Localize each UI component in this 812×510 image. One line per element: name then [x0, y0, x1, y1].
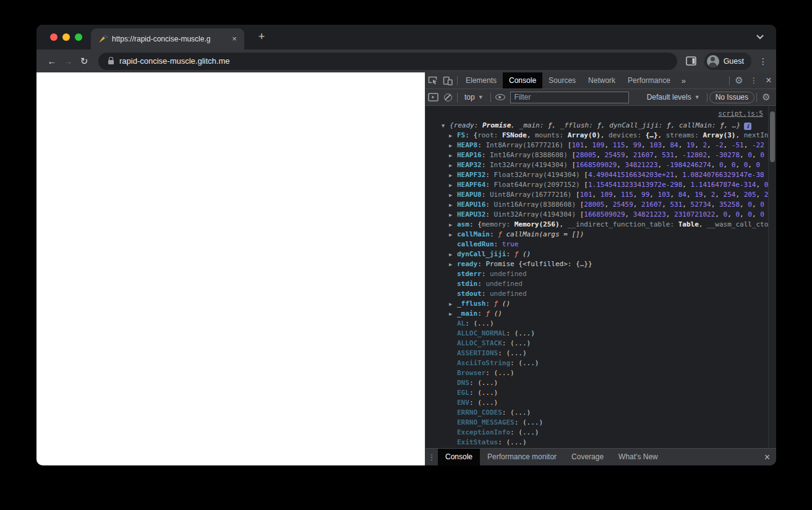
- expand-arrow-icon[interactable]: ▶: [449, 150, 457, 160]
- secure-lock-icon[interactable]: [108, 60, 114, 64]
- expand-arrow-icon[interactable]: ▶: [449, 210, 457, 220]
- expand-arrow-icon[interactable]: ▶: [449, 131, 457, 140]
- object-state-info-icon[interactable]: i: [744, 123, 751, 130]
- devtools-settings-gear-icon[interactable]: ⚙: [732, 72, 746, 89]
- expand-arrow-icon[interactable]: ▶: [449, 170, 457, 180]
- device-toolbar-icon[interactable]: [440, 72, 455, 89]
- tab-console[interactable]: Console: [503, 72, 542, 89]
- close-window-button[interactable]: [50, 33, 58, 41]
- console-line: ▼{ready: Promise, _main: ƒ, _fflush: ƒ, …: [425, 121, 768, 131]
- side-panel-icon[interactable]: [683, 53, 699, 69]
- drawer-tab-performance-monitor[interactable]: Performance monitor: [480, 449, 564, 465]
- console-messages: script.js:5 ▼{ready: Promise, _main: ƒ, …: [425, 106, 768, 448]
- getter-ellipsis-button[interactable]: (...): [477, 389, 498, 397]
- url-text: rapid-concise-muscle.glitch.me: [119, 56, 229, 66]
- getter-ellipsis-button[interactable]: (...): [506, 438, 526, 446]
- fullscreen-window-button[interactable]: [75, 33, 82, 41]
- console-settings-gear-icon[interactable]: ⚙: [759, 89, 774, 106]
- expand-arrow-icon[interactable]: ▶: [449, 180, 457, 190]
- expand-arrow-icon[interactable]: ▶: [449, 259, 457, 269]
- browser-menu-icon[interactable]: ⋮: [756, 56, 770, 66]
- devtools-drawer: ⋮ Console Performance monitor Coverage W…: [425, 448, 776, 465]
- log-levels-selector[interactable]: Default levels ▼: [642, 93, 705, 102]
- console-line: DNS: (...): [425, 378, 768, 388]
- party-popper-favicon-icon: [98, 35, 107, 43]
- forward-icon[interactable]: →: [60, 53, 76, 69]
- browser-toolbar: ← → ↻ rapid-concise-muscle.glitch.me Gue…: [36, 50, 776, 72]
- live-expression-eye-icon[interactable]: [493, 89, 508, 106]
- scrollbar-thumb[interactable]: [770, 111, 775, 162]
- context-selector[interactable]: top ▼: [459, 93, 489, 102]
- console-line: ▶_fflush: ƒ (): [425, 299, 768, 309]
- getter-ellipsis-button[interactable]: (...): [477, 399, 498, 407]
- expand-arrow-icon[interactable]: ▶: [449, 230, 457, 240]
- minimize-window-button[interactable]: [62, 33, 70, 41]
- console-line: stdout: undefined: [425, 289, 768, 299]
- chevron-down-icon: ▼: [478, 94, 484, 100]
- expand-arrow-icon[interactable]: ▼: [442, 121, 450, 131]
- console-line: ENV: (...): [425, 398, 768, 408]
- getter-ellipsis-button[interactable]: (...): [474, 319, 494, 327]
- drawer-tab-coverage[interactable]: Coverage: [564, 449, 611, 465]
- console-line: ▶HEAPU16: Uint16Array(8388608) [28005, 2…: [425, 200, 768, 210]
- scrollbar-track[interactable]: [768, 106, 776, 448]
- console-line: ▶FS: {root: FSNode, mounts: Array(0), de…: [425, 131, 768, 140]
- getter-ellipsis-button[interactable]: (...): [506, 349, 526, 357]
- expand-arrow-icon[interactable]: ▶: [449, 299, 457, 309]
- drawer-tab-console[interactable]: Console: [438, 449, 480, 465]
- console-line: stderr: undefined: [425, 269, 768, 279]
- console-sidebar-icon[interactable]: [425, 89, 440, 106]
- console-line: ALLOC_NORMAL: (...): [425, 329, 768, 339]
- getter-ellipsis-button[interactable]: (...): [523, 418, 543, 426]
- getter-ellipsis-button[interactable]: (...): [510, 339, 531, 347]
- clear-console-icon[interactable]: [440, 89, 455, 106]
- reload-icon[interactable]: ↻: [76, 53, 92, 69]
- tab-close-icon[interactable]: ×: [229, 34, 239, 44]
- drawer-menu-icon[interactable]: ⋮: [425, 452, 438, 462]
- console-line: ▶HEAPU32: Uint32Array(4194304) [16685090…: [425, 210, 768, 220]
- getter-ellipsis-button[interactable]: (...): [518, 359, 539, 367]
- console-panel: script.js:5 ▼{ready: Promise, _main: ƒ, …: [425, 106, 776, 448]
- tab-sources[interactable]: Sources: [542, 72, 582, 89]
- devtools-close-icon[interactable]: ×: [761, 72, 776, 89]
- devtools-menu-icon[interactable]: ⋮: [746, 72, 761, 89]
- getter-ellipsis-button[interactable]: (...): [510, 408, 531, 417]
- back-icon[interactable]: ←: [44, 53, 60, 69]
- divider: [490, 93, 491, 102]
- getter-ellipsis-button[interactable]: (...): [477, 379, 498, 387]
- getter-ellipsis-button[interactable]: (...): [494, 369, 515, 377]
- console-line: ▶HEAPU8: Uint8Array(16777216) [101, 109,…: [425, 190, 768, 200]
- expand-arrow-icon[interactable]: ▶: [449, 190, 457, 200]
- console-line: ▶asm: {memory: Memory(256), __indirect_f…: [425, 220, 768, 230]
- console-line: ▶HEAP32: Int32Array(4194304) [1668509029…: [425, 160, 768, 170]
- console-line: calledRun: true: [425, 240, 768, 249]
- log-levels-label: Default levels: [647, 93, 691, 102]
- console-line: ▶HEAPF64: Float64Array(2097152) [1.15454…: [425, 180, 768, 190]
- drawer-tab-whats-new[interactable]: What's New: [611, 449, 665, 465]
- inspect-element-icon[interactable]: [425, 72, 440, 89]
- expand-arrow-icon[interactable]: ▶: [449, 200, 457, 210]
- more-tabs-icon[interactable]: »: [677, 76, 691, 85]
- page-viewport: [36, 72, 425, 465]
- new-tab-button[interactable]: +: [254, 30, 269, 45]
- expand-arrow-icon[interactable]: ▶: [449, 140, 457, 150]
- chevron-down-icon: ▼: [694, 94, 700, 100]
- expand-arrow-icon[interactable]: ▶: [449, 160, 457, 170]
- browser-tab[interactable]: https://rapid-concise-muscle.g ×: [91, 28, 244, 50]
- profile-button[interactable]: Guest: [704, 53, 751, 70]
- expand-arrow-icon[interactable]: ▶: [449, 220, 457, 230]
- tab-network[interactable]: Network: [582, 72, 622, 89]
- tab-performance[interactable]: Performance: [622, 72, 677, 89]
- expand-arrow-icon[interactable]: ▶: [449, 309, 457, 319]
- drawer-close-icon[interactable]: ×: [764, 452, 770, 463]
- getter-ellipsis-button[interactable]: (...): [515, 329, 535, 337]
- tab-elements[interactable]: Elements: [459, 72, 503, 89]
- divider: [729, 76, 730, 85]
- getter-ellipsis-button[interactable]: (...): [518, 428, 539, 436]
- tab-search-chevron-icon[interactable]: [754, 31, 766, 43]
- expand-arrow-icon[interactable]: ▶: [449, 249, 457, 259]
- issues-button[interactable]: No Issues: [709, 92, 754, 103]
- filter-input[interactable]: [510, 92, 629, 103]
- browser-window: https://rapid-concise-muscle.g × + ← → ↻…: [36, 25, 776, 465]
- address-bar[interactable]: rapid-concise-muscle.glitch.me: [98, 53, 677, 70]
